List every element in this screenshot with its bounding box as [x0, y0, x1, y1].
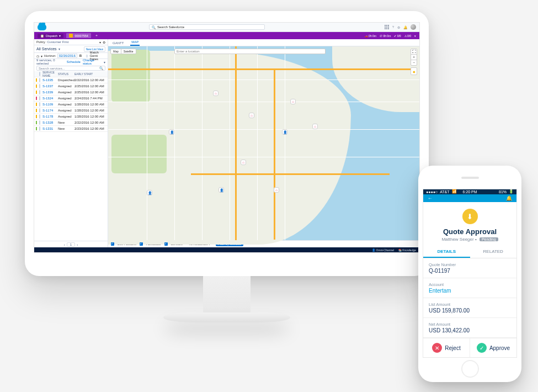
clock-icon[interactable]: ◷ [36, 54, 39, 58]
status-badge: Pending [480, 237, 498, 241]
context-tab-record[interactable]: 00007554 [66, 33, 90, 38]
user-avatar[interactable] [411, 24, 416, 30]
policy-settings-gear-icon[interactable]: ⚙ [103, 40, 105, 44]
chevron-down-icon[interactable]: ▾ [104, 60, 105, 64]
app-launcher-icon[interactable] [385, 25, 389, 29]
approve-icon: ✓ [477, 343, 487, 353]
calendar-icon[interactable]: 🗓 [79, 54, 82, 57]
notifications-bell-icon[interactable]: 🔔 [403, 25, 407, 29]
service-name-link[interactable]: S-1324 [42, 97, 58, 100]
homebase-checkbox[interactable] [140, 242, 143, 246]
table-row[interactable]: S-1174Assigned1/28/2016 12:00 AM [34, 108, 108, 114]
map-type-map[interactable]: Map [111, 49, 121, 54]
horizon-date-input[interactable]: 02/26/2016 [57, 54, 77, 58]
field-value-link[interactable]: Entertam [429, 288, 511, 294]
map-fullscreen-icon[interactable]: ⛶ [411, 49, 417, 55]
help-icon[interactable]: ? [392, 25, 394, 29]
record-title: Quote Approval [423, 227, 516, 236]
service-name-link[interactable]: S-1328 [42, 121, 58, 124]
map-canvas[interactable]: ⌂ ⌂ ⌂ ⌂ ⌂ ⌂ 👤 👤 👤 👤 Map Satellite [108, 46, 419, 240]
live-positions-checkbox[interactable] [111, 242, 114, 246]
service-name-link[interactable]: S-1331 [42, 127, 58, 130]
tab-related[interactable]: RELATED [470, 246, 517, 258]
service-name-link[interactable]: S-1337 [42, 84, 58, 88]
quote-icon: ⬇ [462, 209, 478, 224]
tab-map[interactable]: MAP [130, 39, 140, 46]
phone-home-button[interactable] [461, 360, 479, 378]
table-row[interactable]: S-1109Assigned1/28/2016 12:00 AM [34, 102, 108, 108]
table-row[interactable]: S-1328New2/22/2016 12:00 AM [34, 120, 108, 126]
map-zoom-in-icon[interactable]: + [411, 55, 417, 60]
back-arrow-icon[interactable]: ← [428, 195, 433, 201]
main-tabs: GANTT MAP [108, 39, 419, 46]
map-park [111, 135, 167, 173]
knowledge-button[interactable]: 📚 Knowledge [398, 248, 416, 252]
map-pin-home-icon[interactable]: ⌂ [241, 160, 246, 165]
match-gantt-checkbox[interactable] [86, 55, 88, 57]
table-row[interactable]: S-1331New2/23/2016 12:00 AM [34, 126, 108, 132]
battery-pct: 81% [499, 190, 507, 194]
services-checkbox[interactable] [164, 242, 168, 246]
tab-gantt[interactable]: GANTT [111, 40, 125, 46]
services-search-input[interactable]: Search services... 🔍 [36, 66, 105, 71]
salesforce-logo-icon[interactable] [38, 24, 46, 30]
table-row[interactable]: S-1178Assigned1/28/2016 12:00 AM [34, 114, 108, 120]
omni-channel-button[interactable]: 👤 Omni-Channel [372, 248, 394, 252]
pager-next-icon[interactable]: › [77, 243, 78, 246]
col-service-name[interactable]: SERVICE NAME [42, 71, 58, 77]
dispatch-label: Dispatch [46, 34, 57, 38]
tab-details[interactable]: DETAILS [423, 246, 470, 258]
global-search-input[interactable]: 🔍 Search Salesforce [149, 24, 265, 30]
map-pin-home-icon[interactable]: ⌂ [249, 113, 254, 118]
chevron-down-icon[interactable]: ▾ [414, 34, 416, 38]
pager-prev-icon[interactable]: ‹ [64, 243, 65, 246]
approve-button[interactable]: ✓ Approve [470, 338, 516, 357]
settings-gear-icon[interactable]: ⚙ [397, 25, 400, 29]
map-location-placeholder: Enter a location [177, 50, 200, 53]
field-list-amount: List Amount USD 159,870.00 [423, 298, 516, 318]
policy-row[interactable]: Policy Customer First ▾ ⚙ [34, 39, 108, 45]
chevron-down-icon[interactable]: ▾ [58, 47, 60, 51]
stat-4: ⚠ 0/0 [404, 34, 411, 38]
map-pin-home-icon[interactable]: ⌂ [290, 99, 296, 104]
list-view-title[interactable]: All Services [36, 47, 57, 51]
map-pegman-icon[interactable]: ◆ [411, 67, 417, 75]
field-value: USD 130,422.00 [429, 327, 511, 333]
map-pin-home-icon[interactable]: ⌂ [213, 91, 219, 96]
col-early-start[interactable]: EARLY START [74, 72, 106, 76]
service-name-link[interactable]: S-1174 [42, 109, 58, 112]
map-pin-home-icon[interactable]: ⌂ [312, 124, 318, 129]
context-bar: 📋 Dispatch ▾ 00007554 ＋ 🚗 0h 0m ⏱ 0h 0m … [34, 32, 419, 39]
stat-2: ⏱ 0h 0m [380, 34, 391, 38]
table-row[interactable]: S-1335Dispatched2/22/2016 12:00 AM [34, 77, 108, 83]
service-name-link[interactable]: S-1339 [42, 91, 58, 94]
table-row[interactable]: S-1324Assigned2/24/2016 7:44 PM [34, 96, 108, 102]
chevron-down-icon[interactable]: ▾ [41, 54, 42, 58]
chevron-down-icon: ▾ [59, 34, 61, 38]
nav-bell-icon[interactable]: 🔔 [506, 195, 512, 201]
schedule-link[interactable]: Schedule [67, 60, 81, 63]
service-name-link[interactable]: S-1178 [42, 115, 58, 118]
map-pin-person-icon[interactable]: 👤 [282, 129, 287, 135]
reject-button[interactable]: ✕ Reject [423, 338, 470, 357]
policy-value: Customer First [47, 40, 68, 44]
battery-icon: 🔋 [509, 189, 514, 194]
map-pin-person-icon[interactable]: 👤 [169, 129, 174, 135]
table-row[interactable]: S-1339Assigned2/25/2016 12:00 AM [34, 89, 108, 96]
pager-page[interactable]: 1 [67, 242, 75, 247]
map-location-input[interactable]: Enter a location [174, 49, 326, 54]
add-tab-icon[interactable]: ＋ [95, 34, 98, 38]
context-tab-dispatch[interactable]: 📋 Dispatch ▾ [38, 34, 63, 38]
map-zoom-out-icon[interactable]: − [411, 60, 417, 65]
field-label: List Amount [429, 302, 511, 307]
table-row[interactable]: S-1337Assigned2/25/2016 12:00 AM [34, 83, 108, 89]
map-pin-person-icon[interactable]: 👤 [147, 190, 152, 195]
map-pin-person-icon[interactable]: 👤 [219, 187, 224, 193]
search-icon: 🔍 [99, 66, 103, 70]
map-type-satellite[interactable]: Satellite [121, 49, 136, 54]
col-status[interactable]: STATUS [58, 72, 74, 76]
field-value: USD 159,870.00 [429, 308, 511, 314]
service-name-link[interactable]: S-1109 [42, 103, 58, 106]
service-name-link[interactable]: S-1335 [42, 78, 58, 82]
map-pin-home-icon[interactable]: ⌂ [274, 187, 279, 193]
